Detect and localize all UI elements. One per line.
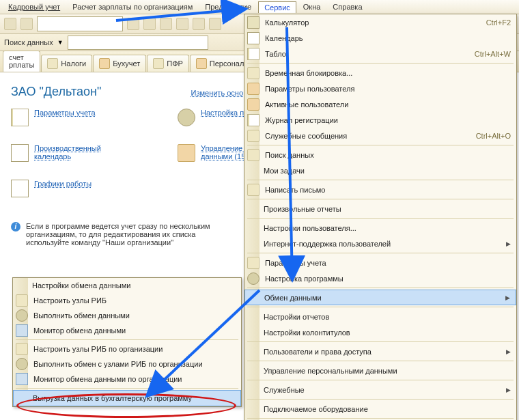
service-item-7[interactable]: Журнал регистрации: [244, 112, 516, 128]
submenu-arrow-icon: ▶: [506, 240, 511, 247]
menubar: Кадровый учет Расчет зарплаты по организ…: [0, 0, 519, 14]
service-label: Подключаемое оборудование: [264, 405, 511, 413]
service-label: Параметры пользователя: [265, 85, 511, 93]
service-label: Пользователи и права доступа: [264, 348, 501, 356]
exchange-item-9[interactable]: Выгрузка данных в бухгалтерскую программ…: [13, 390, 241, 406]
service-item-17[interactable]: Настройки пользователя...: [244, 220, 516, 236]
tab-accounting[interactable]: Бухучет: [93, 55, 146, 72]
toolbar-btn-1[interactable]: [4, 18, 16, 30]
blank-icon: [16, 280, 27, 291]
accounting-icon: [99, 58, 110, 69]
menu-enterprise[interactable]: Предприятие: [199, 1, 257, 12]
page-title: ЗАО "Дельтаон": [11, 85, 101, 99]
service-item-6[interactable]: Активные пользователи: [244, 96, 516, 112]
gear-icon: [16, 309, 28, 322]
menu-payroll[interactable]: Расчет зарплаты по организациям: [67, 1, 198, 12]
blank-icon: [247, 384, 258, 395]
service-item-25[interactable]: Настройки отчетов: [244, 309, 516, 324]
toolbar-btn-7[interactable]: [193, 18, 205, 30]
exchange-label: Настройки обмена данными: [32, 281, 236, 290]
service-item-5[interactable]: Параметры пользователя: [244, 81, 516, 96]
shortcut-label: Ctrl+Alt+O: [476, 132, 511, 140]
shortcut-label: Ctrl+Alt+W: [475, 50, 511, 58]
service-item-30[interactable]: Управление персональными данными: [244, 363, 516, 378]
exchange-item-1[interactable]: Настроить узлы РИБ: [13, 293, 241, 308]
tab-taxes[interactable]: Налоги: [41, 55, 92, 72]
toolbar-btn-6[interactable]: [176, 18, 188, 30]
toolbar-btn-3[interactable]: [127, 18, 139, 30]
gear-icon: [247, 272, 260, 285]
gear-icon: [178, 109, 195, 126]
blank-icon: [247, 238, 258, 249]
exchange-item-0[interactable]: Настройки обмена данными: [13, 278, 241, 293]
exchange-item-7[interactable]: Монитор обмена данными по организации: [13, 372, 241, 387]
tab-pfr[interactable]: ПФР: [147, 55, 189, 72]
sq-icon: [247, 130, 260, 142]
edit-link[interactable]: Изменить осно: [191, 89, 243, 97]
service-item-28[interactable]: Пользователи и права доступа▶: [244, 344, 516, 359]
doc-icon: [247, 114, 260, 126]
toolbar-input[interactable]: [37, 16, 123, 31]
sq-icon: [247, 257, 260, 269]
service-item-0[interactable]: КалькуляторCtrl+F2: [244, 14, 516, 30]
ppl-icon: [247, 98, 260, 111]
service-label: Журнал регистрации: [265, 116, 511, 124]
service-label: Служебные сообщения: [265, 132, 471, 140]
document-icon: [11, 109, 29, 126]
service-item-8[interactable]: Служебные сообщенияCtrl+Alt+O: [244, 128, 516, 143]
service-item-20[interactable]: Параметры учета: [244, 255, 516, 270]
tab-personnel[interactable]: Персонал: [190, 55, 251, 72]
service-item-18[interactable]: Интернет-поддержка пользователей▶: [244, 236, 516, 251]
exchange-item-6[interactable]: Выполнить обмен с узлами РИБ по организа…: [13, 356, 241, 372]
service-item-15[interactable]: Произвольные отчеты: [244, 201, 516, 216]
service-item-32[interactable]: Служебные▶: [244, 382, 516, 397]
toolbar-btn-8[interactable]: [209, 18, 221, 30]
service-label: Написать письмо: [265, 186, 511, 194]
schedule-icon: [11, 180, 29, 197]
submenu-arrow-icon: ▶: [505, 294, 510, 301]
service-label: Параметры учета: [265, 259, 511, 267]
menu-service[interactable]: Сервис: [258, 1, 296, 13]
service-item-21[interactable]: Настройка программы: [244, 270, 516, 286]
service-menu: КалькуляторCtrl+F2КалендарьТаблоCtrl+Alt…: [244, 14, 517, 420]
service-label: Настройки пользователя...: [264, 224, 511, 232]
blank-icon: [247, 365, 258, 376]
exchange-item-2[interactable]: Выполнить обмен данными: [13, 308, 241, 323]
toolbar-btn-2[interactable]: [20, 18, 33, 30]
service-item-10[interactable]: Поиск данных: [244, 147, 516, 163]
menu-help[interactable]: Справка: [327, 1, 367, 12]
menu-personnel[interactable]: Кадровый учет: [3, 1, 66, 12]
blank-icon: [247, 204, 258, 214]
toolbar-btn-5[interactable]: [160, 18, 172, 30]
service-item-2[interactable]: ТаблоCtrl+Alt+W: [244, 46, 516, 61]
tab-payroll[interactable]: счет рплаты: [3, 51, 40, 72]
card-params[interactable]: Параметры учета: [11, 109, 137, 126]
card-calendar[interactable]: Производственный календарь: [11, 144, 137, 162]
blank-icon: [248, 292, 259, 303]
service-item-13[interactable]: Написать письмо: [244, 182, 516, 197]
exchange-item-3[interactable]: Монитор обмена данными: [13, 323, 241, 338]
people-icon: [178, 144, 195, 162]
service-item-1[interactable]: Календарь: [244, 30, 516, 46]
service-label: Интернет-поддержка пользователей: [264, 240, 501, 248]
service-item-23[interactable]: Обмен данными▶: [244, 290, 516, 305]
search-input[interactable]: [68, 36, 208, 50]
service-label: Настройки колонтитулов: [264, 328, 511, 337]
card-schedules[interactable]: Графики работы: [11, 180, 137, 197]
info-icon: i: [11, 222, 20, 232]
toolbar-btn-4[interactable]: [143, 18, 156, 30]
personnel-icon: [196, 58, 207, 69]
chevron-down-icon[interactable]: ▼: [57, 39, 64, 46]
doc-icon: [247, 48, 260, 60]
sq-icon: [247, 184, 260, 196]
service-item-11[interactable]: Мои задачи: [244, 163, 516, 178]
menu-windows[interactable]: Окна: [298, 1, 326, 12]
service-item-26[interactable]: Настройки колонтитулов: [244, 324, 516, 340]
ppl-icon: [247, 83, 260, 95]
service-label: Обмен данными: [264, 294, 500, 302]
sq-icon: [247, 67, 260, 79]
exchange-item-5[interactable]: Настроить узлы РИБ по организации: [13, 341, 241, 356]
service-item-34[interactable]: Подключаемое оборудование: [244, 401, 516, 417]
service-item-4[interactable]: Временная блокировка...: [244, 65, 516, 81]
exchange-label: Выполнить обмен данными: [33, 311, 236, 320]
